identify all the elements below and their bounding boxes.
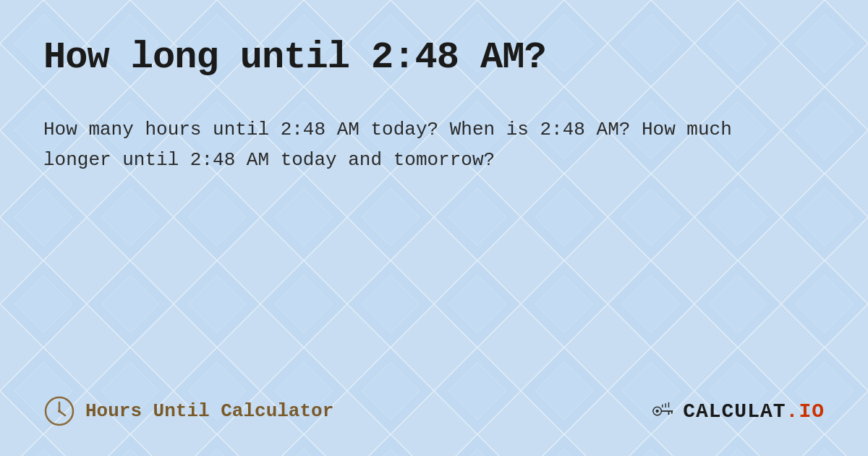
footer-logo-right: CALCULAT.IO	[651, 398, 825, 424]
calculat-logo-tld: .IO	[786, 400, 825, 423]
footer-brand-label: Hours Until Calculator	[85, 400, 333, 422]
footer-brand-left: Hours Until Calculator	[43, 395, 333, 427]
svg-point-8	[58, 410, 61, 413]
footer: Hours Until Calculator CALCULAT.IO	[43, 381, 825, 427]
calculat-icon	[651, 398, 677, 424]
calculat-logo-text: CALCULAT	[683, 400, 786, 423]
clock-icon	[43, 395, 75, 427]
page-title: How long until 2:48 AM?	[43, 36, 825, 79]
page-description: How many hours until 2:48 AM today? When…	[43, 115, 803, 175]
calculat-logo: CALCULAT.IO	[683, 400, 825, 423]
svg-point-10	[656, 410, 659, 413]
main-content: How long until 2:48 AM? How many hours u…	[43, 36, 825, 381]
